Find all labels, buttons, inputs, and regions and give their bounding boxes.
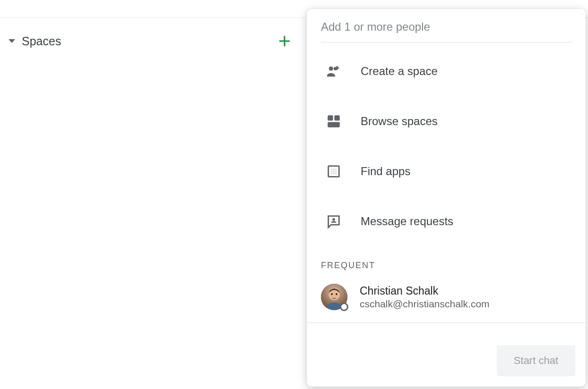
svg-point-15 (332, 218, 335, 221)
spaces-section: Spaces (0, 18, 303, 52)
avatar-wrap (321, 284, 347, 310)
contact-text: Christian Schalk cschalk@christianschalk… (360, 285, 490, 310)
search-row (307, 9, 586, 42)
group-add-icon (326, 63, 361, 79)
contact-item[interactable]: Christian Schalk cschalk@christianschalk… (307, 277, 586, 323)
menu-item-create-space[interactable]: Create a space (307, 46, 586, 96)
menu-item-find-apps[interactable]: Find apps (307, 146, 586, 196)
menu-item-message-requests[interactable]: Message requests (307, 196, 586, 246)
svg-rect-4 (328, 122, 340, 127)
popup-footer: Start chat (307, 337, 586, 387)
spaces-section-header[interactable]: Spaces (0, 18, 303, 52)
plus-icon (277, 34, 292, 48)
contact-email: cschalk@christianschalk.com (360, 298, 490, 310)
grid-icon (326, 113, 361, 129)
svg-point-0 (329, 67, 333, 71)
menu-list: Create a space Browse spaces Find apps M… (307, 42, 586, 246)
section-title: Spaces (22, 34, 275, 48)
people-search-input[interactable] (321, 20, 571, 34)
svg-rect-2 (328, 115, 333, 120)
caret-down-icon (9, 39, 15, 43)
add-space-button[interactable] (275, 32, 294, 51)
frequent-section-label: FREQUENT (307, 246, 586, 277)
menu-label: Message requests (361, 215, 453, 228)
start-chat-button[interactable]: Start chat (497, 345, 575, 376)
menu-label: Create a space (361, 65, 438, 78)
apps-icon (326, 163, 361, 179)
svg-point-18 (331, 293, 333, 295)
message-person-icon (326, 213, 361, 229)
menu-label: Browse spaces (361, 115, 438, 128)
svg-rect-3 (334, 115, 339, 120)
contact-name: Christian Schalk (360, 285, 490, 297)
new-chat-popup: Create a space Browse spaces Find apps M… (307, 9, 586, 387)
presence-idle-icon (340, 303, 348, 311)
menu-item-browse-spaces[interactable]: Browse spaces (307, 96, 586, 146)
menu-label: Find apps (361, 165, 410, 178)
svg-point-19 (336, 293, 337, 295)
